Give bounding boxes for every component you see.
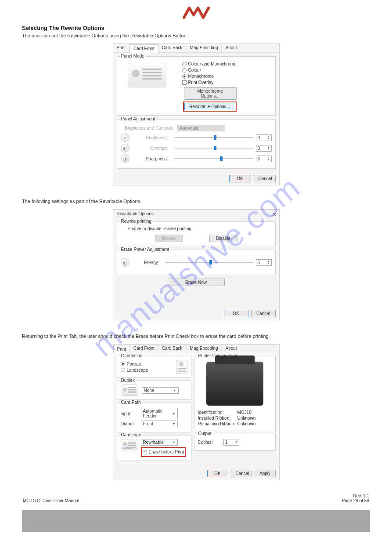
dlg1-ok-button[interactable]: OK (229, 175, 251, 182)
radio-colour[interactable] (182, 68, 187, 73)
rewrite-printing-legend: Rewrite printing (120, 219, 153, 224)
dlg1-cancel-button[interactable]: Cancel (254, 175, 276, 182)
rewrite-instruction: Enable or disable rewrite printing (128, 226, 272, 231)
enable-button[interactable]: Enable (155, 235, 183, 242)
remaining-ribbon-value: Unknown (237, 421, 256, 426)
contrast-icon: ◐ (121, 144, 129, 152)
erase-now-button[interactable]: Erase Now (168, 279, 225, 286)
sharpness-slider[interactable] (174, 158, 253, 159)
radio-colour-mono[interactable] (182, 62, 187, 66)
section-1-title: Selecting The Rewrite Options (22, 25, 370, 31)
label-landscape: Landscape (127, 368, 148, 373)
output-label: Output (121, 421, 138, 426)
label-print-overlay: Print Overlay (188, 80, 214, 85)
identification-value: MC310 (237, 410, 252, 415)
dlg2-ok-button[interactable]: OK (224, 310, 248, 317)
tab3-print[interactable]: Print (113, 345, 130, 353)
card-type-legend: Card Type (120, 432, 143, 437)
footer-revision: Rev. 1.1 (353, 493, 370, 498)
identification-label: Identification: (198, 410, 237, 415)
footer-doc-title: MC-DTC Driver User Manual (23, 498, 79, 503)
card-type-select[interactable]: Rewritable▼ (141, 439, 178, 446)
rewrite-printing-group: Rewrite printing Enable or disable rewri… (117, 221, 276, 246)
printer-config-group: Printer Configuration Identification:MC3… (194, 356, 276, 431)
brightness-slider[interactable] (174, 137, 253, 138)
contrast-slider[interactable] (174, 148, 253, 149)
tab3-card-front[interactable]: Card Front (130, 345, 158, 353)
rewritable-options-dialog: ✕ Rewritable Options Rewrite printing En… (113, 209, 280, 320)
tab3-about[interactable]: About (222, 345, 241, 353)
panel-mode-legend: Panel Mode (120, 54, 146, 58)
tab-card-back[interactable]: Card Back (158, 44, 187, 52)
dlg2-cancel-button[interactable]: Cancel (251, 310, 276, 317)
dlg3-cancel-button[interactable]: Cancel (231, 470, 252, 477)
energy-label: Energy: (133, 260, 159, 265)
panel-adjustment-legend: Panel Adjustment (120, 116, 157, 121)
card-front-dialog: Print Card Front Card Back Mag Encoding … (113, 44, 280, 185)
output-select[interactable]: Front▼ (141, 421, 178, 427)
sharpness-icon: ◑ (121, 154, 129, 163)
energy-value[interactable]: 5▲▼ (256, 259, 272, 266)
print-tab-dialog: Print Card Front Card Back Mag Encoding … (113, 344, 280, 480)
dialog3-tabstrip: Print Card Front Card Back Mag Encoding … (113, 345, 279, 353)
brand-logo (22, 5, 370, 20)
output-legend: Output (197, 431, 213, 436)
footer-page-number: Page 26 of 58 (342, 498, 369, 503)
contrast-value[interactable]: 0▲▼ (256, 145, 272, 152)
erase-power-group: Erase Power Adjustment ◐ Energy: 5▲▼ (117, 250, 276, 275)
sharpness-value[interactable]: 6▲▼ (256, 156, 272, 162)
duplex-thumb (121, 385, 138, 396)
input-select[interactable]: Automatic Feeder▼ (141, 408, 178, 419)
duplex-select[interactable]: None▼ (142, 387, 179, 394)
disable-button[interactable]: Disable (209, 235, 237, 242)
card-type-group: Card Type 0784124 Rewritable▼ Erase befo… (117, 435, 191, 461)
label-colour: Colour (188, 68, 201, 73)
label-colour-mono: Colour and Monochrome (188, 62, 237, 66)
duplex-group: Duplex None▼ (117, 381, 191, 400)
brightness-icon: ☀ (121, 133, 129, 142)
installed-ribbon-value: Unknown (237, 416, 256, 421)
erase-power-legend: Erase Power Adjustment (120, 247, 171, 252)
rewritable-options-highlight: Rewritable Options... (183, 102, 237, 112)
orientation-legend: Orientation (120, 353, 144, 358)
tab-mag-encoding[interactable]: Mag Encoding (187, 44, 222, 52)
rewritable-dialog-title: Rewritable Options (113, 210, 279, 218)
tab-print[interactable]: Print (113, 44, 130, 52)
orientation-preview (176, 360, 187, 374)
rewritable-options-button[interactable]: Rewritable Options... (184, 103, 235, 110)
card-path-group: Card Path Input Automatic Feeder▼ Output… (117, 403, 191, 432)
radio-monochrome[interactable] (182, 74, 187, 79)
copies-value[interactable]: 1▲▼ (223, 439, 239, 446)
dlg3-apply-button[interactable]: Apply (255, 470, 276, 477)
dlg3-ok-button[interactable]: OK (207, 470, 228, 477)
check-erase-before-print[interactable] (143, 450, 147, 454)
remaining-ribbon-label: Remaining Ribbon: (198, 421, 237, 426)
card-preview-thumb (128, 63, 166, 87)
tab-about[interactable]: About (222, 44, 241, 52)
monochrome-options-button[interactable]: Monochrome Options... (184, 87, 237, 100)
energy-slider[interactable] (165, 262, 253, 263)
brightness-contrast-dropdown[interactable]: Automatic (177, 125, 225, 131)
radio-landscape[interactable] (121, 368, 125, 372)
tab3-card-back[interactable]: Card Back (158, 345, 187, 353)
footer-band (22, 510, 370, 532)
contrast-label: Contrast: (133, 146, 168, 151)
radio-portrait[interactable] (121, 362, 125, 366)
brightness-label: Brightness: (133, 135, 168, 140)
printer-image (206, 362, 263, 406)
tab3-mag-encoding[interactable]: Mag Encoding (187, 345, 222, 353)
section-2-desc: The following settings as part of the Re… (22, 199, 370, 204)
check-print-overlay[interactable] (182, 80, 187, 85)
label-monochrome: Monochrome (188, 74, 214, 79)
section-1-desc: The user can set the Rewritable Options … (22, 33, 370, 38)
energy-icon: ◐ (121, 258, 129, 267)
output-group: Output Copies: 1▲▼ (194, 434, 276, 451)
close-icon[interactable]: ✕ (272, 211, 277, 218)
brightness-contrast-label: Brightness and Contrast: (121, 126, 173, 131)
tab-card-front[interactable]: Card Front (129, 44, 158, 53)
card-type-thumb: 0784124 (121, 439, 138, 450)
label-portrait: Portrait (127, 362, 141, 366)
brightness-value[interactable]: 0▲▼ (256, 134, 272, 141)
installed-ribbon-label: Installed Ribbon: (198, 416, 237, 421)
dialog1-tabstrip: Print Card Front Card Back Mag Encoding … (113, 44, 279, 53)
